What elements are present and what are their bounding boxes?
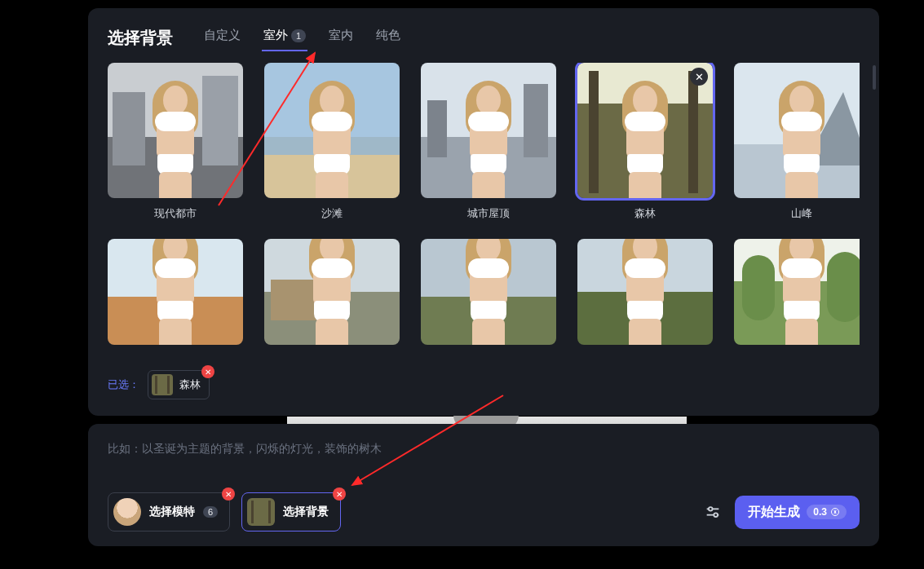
select-background-label: 选择背景 [283, 505, 329, 519]
remove-selected-icon[interactable]: ✕ [201, 365, 214, 378]
background-picker-panel: 选择背景 自定义 室外 1 室内 纯色 现代都市 [88, 8, 879, 416]
tab-label: 室外 [263, 28, 288, 43]
prompt-placeholder[interactable]: 比如：以圣诞为主题的背景，闪烁的灯光，装饰的树木 [108, 442, 860, 457]
tab-solid[interactable]: 纯色 [374, 24, 402, 51]
svg-point-1 [709, 507, 713, 511]
bg-thumb[interactable] [421, 239, 556, 345]
avatar-icon [113, 498, 141, 526]
generate-label: 开始生成 [748, 504, 800, 521]
panel-title: 选择背景 [108, 27, 173, 49]
bg-label: 沙滩 [321, 206, 343, 221]
scrollbar[interactable] [873, 65, 876, 90]
selected-chip-thumb [152, 374, 173, 395]
selected-bar: 已选： 森林 ✕ [108, 370, 860, 399]
generate-button[interactable]: 开始生成 0.3 [735, 496, 860, 529]
bg-thumb[interactable] [108, 239, 243, 345]
clear-background-icon[interactable]: ✕ [333, 487, 346, 501]
select-background-button[interactable]: 选择背景 ✕ [241, 492, 341, 532]
bg-thumb[interactable] [264, 63, 400, 198]
bg-card-forest: ✕ 森林 [577, 63, 713, 221]
model-count-badge: 6 [203, 506, 218, 518]
selected-chip[interactable]: 森林 ✕ [148, 370, 210, 399]
svg-point-3 [714, 513, 718, 517]
selected-prefix: 已选： [108, 377, 139, 392]
bg-thumb[interactable] [577, 239, 713, 345]
tab-label: 室内 [329, 28, 353, 43]
bottom-controls: 选择模特 6 ✕ 选择背景 ✕ 开始生成 0.3 [108, 492, 860, 532]
bg-card-city: 现代都市 [108, 63, 243, 221]
panel-header: 选择背景 自定义 室外 1 室内 纯色 [108, 24, 860, 51]
deselect-icon[interactable]: ✕ [690, 68, 708, 86]
bg-thumb[interactable] [421, 63, 556, 198]
bg-card-desert [108, 239, 243, 345]
bg-thumb[interactable]: ✕ [577, 63, 713, 198]
coin-icon [830, 507, 840, 517]
settings-icon[interactable] [702, 501, 723, 523]
cost-pill: 0.3 [807, 505, 847, 519]
bg-label: 现代都市 [154, 206, 197, 221]
bg-card-rooftop: 城市屋顶 [421, 63, 556, 221]
bg-thumb[interactable] [734, 63, 860, 198]
bg-label: 城市屋顶 [467, 206, 510, 221]
bg-card-mountain: 山峰 [734, 63, 860, 221]
tab-outdoor[interactable]: 室外 1 [262, 24, 307, 51]
bg-card-field [421, 239, 556, 345]
tab-badge: 1 [291, 29, 306, 42]
generation-bar: 比如：以圣诞为主题的背景，闪烁的灯光，装饰的树木 选择模特 6 ✕ 选择背景 ✕… [88, 424, 879, 546]
tab-label: 纯色 [376, 28, 400, 43]
bg-thumb[interactable] [734, 239, 860, 345]
bg-thumb-icon [247, 498, 275, 526]
bg-thumb[interactable] [264, 239, 400, 345]
tab-indoor[interactable]: 室内 [327, 24, 355, 51]
bg-card-farmhouse [264, 239, 400, 345]
background-grid-wrap: 现代都市 沙滩 城市屋顶 ✕ 森林 [108, 63, 860, 362]
tab-label: 自定义 [204, 28, 241, 43]
bg-label: 山峰 [791, 206, 812, 221]
tab-custom[interactable]: 自定义 [202, 24, 242, 51]
bg-card-vineyard [577, 239, 713, 345]
bg-thumb[interactable] [108, 63, 243, 198]
bg-label: 森林 [634, 206, 656, 221]
cost-value: 0.3 [813, 506, 827, 518]
background-grid: 现代都市 沙滩 城市屋顶 ✕ 森林 [108, 63, 860, 345]
bg-card-trees [734, 239, 860, 345]
clear-model-icon[interactable]: ✕ [222, 487, 235, 501]
bg-card-beach: 沙滩 [264, 63, 400, 221]
select-model-label: 选择模特 [149, 505, 195, 519]
select-model-button[interactable]: 选择模特 6 ✕ [108, 492, 230, 532]
selected-chip-label: 森林 [179, 377, 201, 392]
